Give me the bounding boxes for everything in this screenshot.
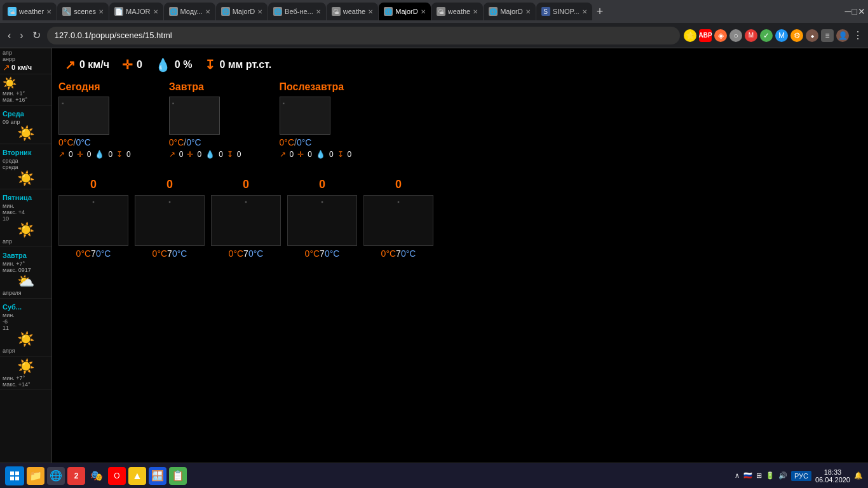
tab-close-btn[interactable]: ✕ <box>582 8 587 15</box>
stat-pressure: 0 <box>237 150 241 159</box>
start-button[interactable] <box>5 466 24 485</box>
stat-compass-icon: ✛ <box>297 150 304 159</box>
stat-humidity-icon: 💧 <box>316 150 325 159</box>
ext-icon-8[interactable]: ≡ <box>821 29 834 42</box>
ext-icon-3[interactable]: M <box>745 29 757 42</box>
minimize-button[interactable]: ─ <box>845 6 851 17</box>
tab-majord-active[interactable]: 🌐 MajorD ✕ <box>379 3 430 20</box>
notification-icon[interactable]: 🔔 <box>854 471 863 480</box>
hourly-image: ▪ <box>363 195 433 246</box>
wind-icon: ↗ <box>65 57 76 72</box>
tab-modu[interactable]: 🌐 Моду... ✕ <box>164 3 215 20</box>
taskbar-time-value: 18:33 <box>815 468 850 476</box>
profile-icon[interactable]: 👤 <box>836 29 849 42</box>
tab-weather-1[interactable]: 🌤 weather ✕ <box>3 3 57 20</box>
tab-majord-1[interactable]: 🌐 MajorD ✕ <box>216 3 268 20</box>
sidebar-day-wed[interactable]: Среда 09 апр ☀️ <box>0 105 51 144</box>
tab-close-btn[interactable]: ✕ <box>153 8 158 15</box>
tab-close-btn[interactable]: ✕ <box>205 8 210 15</box>
tab-close-btn[interactable]: ✕ <box>421 8 426 15</box>
tab-favicon: 🌐 <box>273 7 282 16</box>
sidebar-day-fri[interactable]: Пятница мин. макс. +4 10 ☀️ апр <box>0 189 51 247</box>
toolbar-icons: ⭐ ABP ◈ ○ M ✓ M ⚙ ⬥ ≡ 👤 <box>684 29 849 42</box>
new-tab-button[interactable]: + <box>593 5 607 18</box>
taskbar: 📁 🌐 2 🎭 O ▲ 🪟 📋 ∧ 🇷🇺 ⊞ 🔋 🔊 РУС 18:33 06.… <box>0 463 868 488</box>
reload-button[interactable]: ↻ <box>30 27 43 44</box>
tab-title: Моду... <box>180 8 203 15</box>
wind-speed-item: ↗ 0 км/ч <box>65 57 109 72</box>
sidebar-day-tomorrow[interactable]: Завтра мин. +7° макс. 0917 ⛅ апреля <box>0 247 51 299</box>
stat-wind-icon: ↗ <box>169 150 175 159</box>
hourly-image: ▪ <box>211 195 281 246</box>
taskbar-app-1[interactable]: 2 <box>67 467 85 485</box>
taskbar-app-6[interactable]: 📋 <box>169 467 187 485</box>
tab-sinop[interactable]: S SINOP... ✕ <box>536 3 592 20</box>
tray-sound[interactable]: 🔊 <box>778 471 787 480</box>
tab-scenes[interactable]: 🔧 scenes ✕ <box>57 3 109 20</box>
taskbar-tray: ∧ 🇷🇺 ⊞ 🔋 🔊 РУС 18:33 06.04.2020 🔔 <box>735 468 863 484</box>
tab-majord-2[interactable]: 🌐 MajorD ✕ <box>484 3 535 20</box>
sidebar-day-tue[interactable]: Вторник среда среда ☀️ <box>0 144 51 189</box>
tab-close-btn[interactable]: ✕ <box>46 8 51 15</box>
taskbar-language[interactable]: РУС <box>791 471 811 481</box>
tab-weather-3[interactable]: 🌤 weathe ✕ <box>431 3 483 20</box>
stat-wind: 0 <box>290 150 294 159</box>
browser-chrome: 🌤 weather ✕ 🔧 scenes ✕ 📄 MAJOR ✕ 🌐 Моду.… <box>0 0 868 48</box>
tray-icon-up[interactable]: ∧ <box>735 471 740 480</box>
tab-weather-2[interactable]: 🌤 weathe ✕ <box>327 3 378 20</box>
hourly-temp: 0°C70°C <box>211 248 281 259</box>
taskbar-chrome[interactable]: 🌐 <box>47 467 65 485</box>
abp-icon[interactable]: ABP <box>699 29 712 42</box>
stat-humidity: 0 <box>219 150 223 159</box>
tab-major-1[interactable]: 📄 MAJOR ✕ <box>109 3 163 20</box>
sidebar-day-label: Среда <box>3 110 24 118</box>
sidebar-day-today[interactable]: ☀️ мин. +1° мак. +16° <box>0 74 51 105</box>
ext-icon-4[interactable]: ✓ <box>760 29 773 42</box>
tab-close-btn[interactable]: ✕ <box>316 8 321 15</box>
humidity-icon: 💧 <box>155 57 171 72</box>
taskbar-app-4[interactable]: ▲ <box>128 467 146 485</box>
forecast-today: Сегодня ▪ 0°C/0°C ↗0 ✛0 💧0 ↧0 <box>58 81 131 159</box>
address-input[interactable] <box>47 27 680 44</box>
tab-title: weathe <box>448 8 470 15</box>
ext-icon-7[interactable]: ⬥ <box>806 29 818 42</box>
tab-title: Веб-не... <box>285 8 313 15</box>
tab-close-btn[interactable]: ✕ <box>368 8 373 15</box>
sidebar-day-sat[interactable]: Суб... мин. -6 11 ☀️ апря <box>0 299 51 356</box>
tab-title: weathe <box>343 8 365 15</box>
weather-icon: ☀️ <box>17 331 34 348</box>
forward-button[interactable]: › <box>17 27 25 44</box>
taskbar-file-explorer[interactable]: 📁 <box>27 467 44 485</box>
sidebar: апр анрр ↗ 0 км/ч ☀️ мин. +1° мак. +16° … <box>0 48 52 463</box>
back-button[interactable]: ‹ <box>5 27 13 44</box>
hourly-time: 0 <box>287 178 357 191</box>
tab-close-btn[interactable]: ✕ <box>98 8 104 15</box>
taskbar-app-2[interactable]: 🎭 <box>88 467 105 485</box>
tab-close-btn[interactable]: ✕ <box>473 8 478 15</box>
stat-humidity: 0 <box>329 150 334 159</box>
browser-menu-button[interactable]: ⋮ <box>853 29 863 41</box>
taskbar-app-3[interactable]: O <box>108 467 126 485</box>
hourly-image: ▪ <box>58 195 128 246</box>
tab-close-btn[interactable]: ✕ <box>526 8 531 15</box>
sidebar-day-label: Пятница <box>3 194 32 201</box>
weather-icon: ☀️ <box>17 125 34 142</box>
ext-icon-1[interactable]: ◈ <box>714 29 727 42</box>
tab-close-btn[interactable]: ✕ <box>257 8 262 15</box>
ext-icon-5[interactable]: M <box>775 29 788 42</box>
close-button[interactable]: ✕ <box>858 6 865 17</box>
ext-icon-6[interactable]: ⚙ <box>790 29 803 42</box>
taskbar-app-5[interactable]: 🪟 <box>149 467 166 485</box>
ext-icon-2[interactable]: ○ <box>729 29 742 42</box>
forecast-today-stats: ↗0 ✛0 💧0 ↧0 <box>58 150 131 159</box>
sidebar-date: среда <box>3 158 49 164</box>
compass-icon: ✛ <box>122 57 133 72</box>
bookmark-icon[interactable]: ⭐ <box>684 29 696 42</box>
tab-web[interactable]: 🌐 Веб-не... ✕ <box>268 3 326 20</box>
stat-wind: 0 <box>179 150 184 159</box>
restore-button[interactable]: □ <box>852 6 857 17</box>
stat-compass-icon: ✛ <box>77 150 83 159</box>
stat-compass: 0 <box>87 150 92 159</box>
page-content: апр анрр ↗ 0 км/ч ☀️ мин. +1° мак. +16° … <box>0 48 868 463</box>
forecast-dayafter-image: ▪ <box>280 97 330 135</box>
